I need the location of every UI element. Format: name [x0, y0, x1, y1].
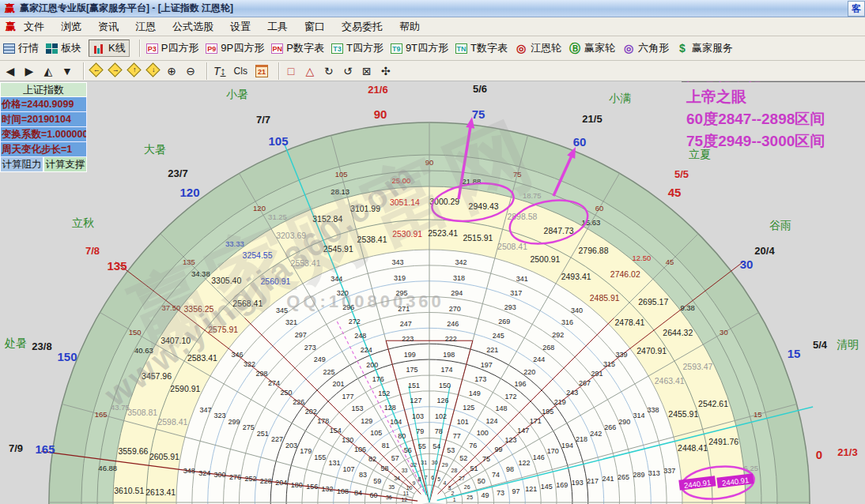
annotation-line-3: 75度2949--3000区间: [686, 130, 865, 152]
customer-service-button[interactable]: 客: [848, 1, 865, 17]
toolbar-item-9T四方形[interactable]: T99T四方形: [391, 41, 448, 55]
wheel-label: 84: [354, 489, 362, 497]
toolbar-item-T数字表[interactable]: TNT数字表: [455, 41, 508, 55]
toolbar-label: 行情: [18, 41, 39, 55]
drawing-toolbar: ◀▶◭▼←→↑↓⊕⊖T↕Cls21□△↻↺⊠✣: [0, 61, 865, 81]
toolbar-item-赢家服务[interactable]: $赢家服务: [676, 41, 733, 55]
calendar-icon[interactable]: 21: [255, 64, 268, 77]
wheel-label: 178: [317, 417, 329, 425]
menu-item-7[interactable]: 窗口: [304, 21, 325, 32]
main-toolbar: 行情板块K线P3P四方形P99P四方形PNP数字表T3T四方形T99T四方形TN…: [0, 36, 865, 61]
zoom-in-icon[interactable]: ⊕: [166, 65, 177, 77]
rotate-cw-icon[interactable]: ↻: [323, 65, 334, 77]
expand-icon[interactable]: ⊠: [361, 65, 372, 77]
toolbar-item-9P四方形[interactable]: P99P四方形: [206, 41, 264, 55]
pan-up-icon[interactable]: ↑: [128, 65, 139, 77]
wheel-label: 2523.41: [428, 228, 458, 238]
wheel-label: 5/6: [473, 83, 487, 95]
wheel-label: 130: [342, 436, 353, 444]
menu-item-9[interactable]: 帮助: [399, 21, 420, 32]
toolbar-item-P四方形[interactable]: P3P四方形: [146, 41, 199, 55]
rotate-ccw-icon[interactable]: ↺: [342, 65, 353, 77]
triangle-tool-icon[interactable]: △: [304, 65, 315, 77]
wheel-label: 269: [498, 318, 510, 325]
gann-wheel-chart-area[interactable]: 1234567891011122526272829303132333435364…: [0, 81, 865, 504]
toolbar-item-K线[interactable]: K线: [89, 39, 130, 57]
menu-item-3[interactable]: 江恩: [135, 21, 156, 32]
wheel-label: 21/6: [368, 84, 387, 96]
wheel-label: 320: [337, 289, 349, 297]
toolbar-item-板块[interactable]: 板块: [46, 41, 81, 55]
wheel-label: 2560.91: [260, 276, 290, 286]
t-updown-icon[interactable]: T↕: [213, 65, 226, 77]
wheel-label: 271: [398, 305, 410, 313]
wheel-label: 76: [469, 442, 477, 449]
wheel-label: 153: [351, 404, 363, 412]
wheel-label: 147: [517, 427, 529, 434]
wheel-label: 122: [519, 459, 531, 467]
nav-right-icon[interactable]: ▶: [24, 65, 35, 77]
wheel-label: 3: [448, 485, 451, 491]
wheel-label: 152: [378, 389, 390, 397]
toolbar-item-P数字表[interactable]: PNP数字表: [271, 41, 324, 55]
nav-left-icon[interactable]: ◀: [5, 65, 16, 77]
pan-down-icon[interactable]: ↓: [147, 65, 158, 77]
wheel-label: 145: [541, 483, 553, 491]
p9-icon: P9: [206, 43, 217, 54]
pan-left-icon[interactable]: ←: [90, 65, 101, 77]
zoom-out-icon[interactable]: ⊖: [185, 65, 196, 77]
cls-button[interactable]: Cls: [234, 66, 247, 77]
wheel-label: 176: [372, 375, 384, 383]
wheel-label: 2593.47: [682, 362, 712, 371]
menu-item-6[interactable]: 工具: [267, 21, 288, 32]
wheel-label: 3152.84: [312, 214, 342, 224]
nav-up-icon[interactable]: ◭: [43, 65, 54, 77]
wheel-label: 2613.41: [145, 487, 176, 497]
wheel-label: 298: [256, 370, 268, 378]
toolbar-item-江恩轮[interactable]: ◎江恩轮: [515, 41, 561, 55]
wheel-label: 75: [482, 455, 490, 463]
menu-item-5[interactable]: 设置: [230, 21, 251, 32]
toolbar-item-六角形[interactable]: ◎六角形: [622, 41, 669, 55]
wheel-label: 60: [595, 204, 604, 213]
toolbar-item-行情[interactable]: 行情: [3, 41, 39, 55]
wheel-label: 267: [579, 379, 591, 387]
calc-resistance-button[interactable]: 计算阻力: [0, 157, 43, 172]
wheel-label: 323: [214, 412, 226, 419]
wheel-label: 315: [603, 360, 615, 368]
wheel-label: 21/5: [582, 113, 602, 125]
wheel-label: 53: [447, 446, 455, 454]
t3-icon: T3: [331, 43, 343, 54]
wheel-label: 104: [390, 418, 402, 426]
wheel-label: 46.88: [98, 464, 117, 472]
wheel-label: 148: [496, 404, 508, 412]
wheel-label: 197: [481, 361, 493, 369]
index-name: 上证指数: [0, 82, 87, 97]
wheel-label: 57: [391, 454, 399, 462]
wheel-label: 45: [666, 258, 674, 266]
menu-item-8[interactable]: 交易委托: [342, 21, 383, 32]
wheel-label: 289: [633, 471, 644, 479]
toolbar-item-赢家轮[interactable]: Ⓑ赢家轮: [568, 41, 615, 55]
kline-icon: [93, 43, 105, 54]
menu-item-2[interactable]: 资讯: [98, 21, 119, 32]
pan-right-icon[interactable]: →: [109, 65, 120, 77]
wheel-label: 135: [183, 258, 195, 266]
wheel-label: 30: [720, 328, 728, 337]
toolbar-separator: [139, 39, 141, 57]
wheel-label: 36: [386, 495, 392, 500]
menu-item-4[interactable]: 公式选股: [172, 21, 213, 32]
sectors-icon: [46, 43, 58, 54]
wheel-label: 32: [410, 462, 417, 468]
calc-support-button[interactable]: 计算支撑: [43, 157, 87, 172]
wheel-label: 338: [648, 406, 659, 414]
toolbar-item-T四方形[interactable]: T3T四方形: [331, 41, 383, 55]
fit-icon[interactable]: ✣: [380, 65, 391, 77]
nav-down-icon[interactable]: ▼: [62, 65, 73, 77]
rect-tool-icon[interactable]: □: [285, 65, 297, 77]
wheel-label: 50: [478, 477, 485, 485]
menu-item-0[interactable]: 文件: [24, 21, 44, 32]
wheel-label: 2746.02: [610, 269, 640, 279]
menu-item-1[interactable]: 浏览: [61, 21, 81, 32]
wheel-label: 2553.41: [291, 258, 321, 268]
